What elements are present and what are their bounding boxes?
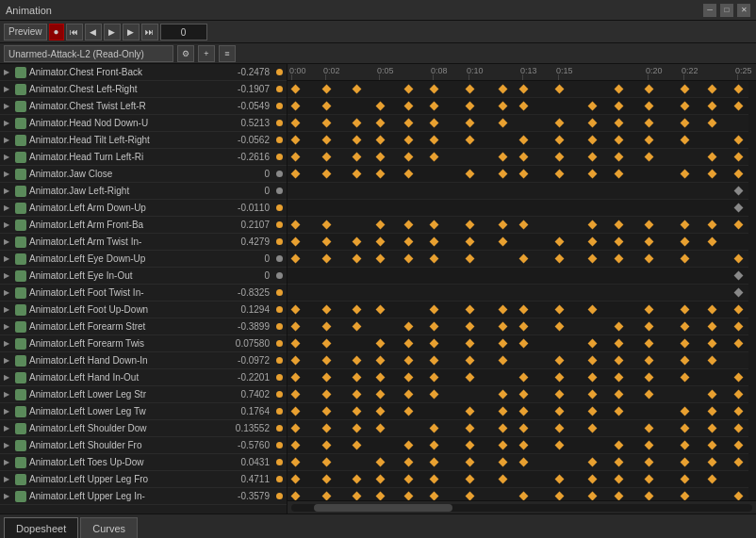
frame-number[interactable]: 0 bbox=[160, 24, 207, 41]
property-value[interactable]: -0.2201 bbox=[215, 372, 271, 383]
property-row[interactable]: ▶Animator.Left Forearm Twis0.07580 bbox=[0, 335, 287, 352]
keyframe-diamond[interactable] bbox=[499, 119, 508, 128]
keyframe-dot[interactable] bbox=[271, 318, 287, 335]
keyframe-diamond[interactable] bbox=[681, 136, 690, 145]
keyframe-diamond[interactable] bbox=[466, 119, 475, 128]
keyframe-diamond[interactable] bbox=[322, 305, 332, 315]
keyframe-diamond[interactable] bbox=[499, 441, 508, 450]
keyframe-diamond[interactable] bbox=[291, 237, 301, 247]
tab-dopesheet[interactable]: Dopesheet bbox=[4, 517, 78, 538]
keyframe-diamond[interactable] bbox=[645, 458, 654, 467]
keyframe-diamond[interactable] bbox=[708, 220, 717, 230]
keyframe-diamond[interactable] bbox=[645, 356, 654, 366]
timeline-tracks[interactable]: @稀土掘金技术社区 bbox=[288, 81, 756, 500]
keyframe-diamond[interactable] bbox=[291, 373, 301, 383]
keyframe-diamond[interactable] bbox=[404, 237, 414, 247]
keyframe-dot[interactable] bbox=[271, 437, 287, 454]
keyframe-diamond[interactable] bbox=[555, 237, 565, 247]
keyframe-diamond[interactable] bbox=[645, 153, 654, 162]
keyframe-diamond[interactable] bbox=[353, 136, 362, 145]
keyframe-diamond[interactable] bbox=[519, 339, 529, 349]
keyframe-dot[interactable] bbox=[271, 81, 287, 98]
keyframe-diamond[interactable] bbox=[404, 475, 414, 484]
keyframe-diamond[interactable] bbox=[430, 390, 439, 399]
keyframe-diamond[interactable] bbox=[466, 136, 475, 145]
keyframe-diamond[interactable] bbox=[353, 322, 362, 332]
keyframe-diamond[interactable] bbox=[499, 305, 508, 315]
keyframe-diamond[interactable] bbox=[404, 407, 414, 416]
keyframe-dot[interactable] bbox=[271, 217, 287, 234]
keyframe-diamond[interactable] bbox=[645, 441, 654, 450]
keyframe-diamond[interactable] bbox=[499, 237, 508, 247]
keyframe-diamond[interactable] bbox=[430, 102, 439, 111]
keyframe-dot[interactable] bbox=[271, 285, 287, 302]
keyframe-dot[interactable] bbox=[271, 471, 287, 488]
keyframe-diamond[interactable] bbox=[499, 339, 508, 349]
keyframe-diamond[interactable] bbox=[588, 458, 598, 467]
clip-settings-icon[interactable]: ⚙ bbox=[177, 45, 194, 62]
keyframe-diamond[interactable] bbox=[588, 407, 598, 416]
keyframe-diamond[interactable] bbox=[466, 85, 475, 94]
keyframe-diamond[interactable] bbox=[404, 102, 414, 111]
keyframe-diamond[interactable] bbox=[404, 492, 414, 500]
keyframe-diamond[interactable] bbox=[708, 390, 717, 399]
keyframe-diamond[interactable] bbox=[734, 424, 744, 433]
keyframe-diamond[interactable] bbox=[404, 254, 414, 264]
keyframe-diamond[interactable] bbox=[588, 356, 598, 366]
keyframe-diamond[interactable] bbox=[681, 441, 690, 450]
keyframe-diamond[interactable] bbox=[519, 390, 529, 399]
keyframe-diamond[interactable] bbox=[499, 170, 508, 179]
keyframe-dot[interactable] bbox=[271, 64, 287, 81]
tab-curves[interactable]: Curves bbox=[80, 517, 138, 538]
keyframe-diamond[interactable] bbox=[291, 119, 301, 128]
property-row[interactable]: ▶Animator.Left Toes Up-Dow0.0431 bbox=[0, 454, 287, 471]
keyframe-diamond[interactable] bbox=[404, 390, 414, 399]
keyframe-diamond[interactable] bbox=[499, 458, 508, 467]
keyframe-diamond[interactable] bbox=[588, 220, 598, 230]
play-button[interactable]: ▶ bbox=[104, 24, 121, 41]
keyframe-diamond[interactable] bbox=[681, 85, 690, 94]
keyframe-diamond[interactable] bbox=[708, 424, 717, 433]
keyframe-diamond[interactable] bbox=[466, 373, 475, 383]
keyframe-diamond[interactable] bbox=[430, 305, 439, 315]
keyframe-diamond[interactable] bbox=[376, 475, 386, 484]
keyframe-diamond[interactable] bbox=[645, 424, 654, 433]
horizontal-scrollbar[interactable] bbox=[288, 500, 756, 514]
keyframe-diamond[interactable] bbox=[588, 119, 598, 128]
keyframe-diamond[interactable] bbox=[353, 85, 362, 94]
keyframe-diamond[interactable] bbox=[499, 475, 508, 484]
keyframe-diamond[interactable] bbox=[615, 102, 624, 111]
keyframe-diamond[interactable] bbox=[645, 322, 654, 332]
keyframe-diamond[interactable] bbox=[291, 424, 301, 433]
property-row[interactable]: ▶Animator.Head Nod Down-U0.5213 bbox=[0, 115, 287, 132]
keyframe-diamond[interactable] bbox=[588, 373, 598, 383]
keyframe-diamond[interactable] bbox=[322, 153, 332, 162]
property-row[interactable]: ▶Animator.Left Eye Down-Up0 bbox=[0, 251, 287, 268]
keyframe-diamond[interactable] bbox=[291, 458, 301, 467]
keyframe-diamond[interactable] bbox=[708, 85, 717, 94]
keyframe-diamond[interactable] bbox=[430, 119, 439, 128]
property-row[interactable]: ▶Animator.Left Hand Down-In-0.0972 bbox=[0, 352, 287, 369]
keyframe-diamond[interactable] bbox=[291, 407, 301, 416]
next-end-button[interactable]: ⏭ bbox=[141, 24, 158, 41]
keyframe-dot[interactable] bbox=[271, 251, 287, 268]
keyframe-diamond[interactable] bbox=[734, 220, 744, 230]
keyframe-diamond[interactable] bbox=[404, 136, 414, 145]
keyframe-diamond[interactable] bbox=[615, 475, 624, 484]
keyframe-diamond[interactable] bbox=[376, 373, 386, 383]
keyframe-diamond[interactable] bbox=[681, 170, 690, 179]
property-row[interactable]: ▶Animator.Head Tilt Left-Right-0.0562 bbox=[0, 132, 287, 149]
keyframe-diamond[interactable] bbox=[291, 153, 301, 162]
keyframe-dot[interactable] bbox=[271, 488, 287, 505]
keyframe-diamond[interactable] bbox=[430, 441, 439, 450]
keyframe-diamond[interactable] bbox=[734, 305, 744, 315]
keyframe-diamond[interactable] bbox=[322, 492, 332, 500]
keyframe-diamond[interactable] bbox=[322, 237, 332, 247]
keyframe-diamond[interactable] bbox=[430, 356, 439, 366]
keyframe-diamond[interactable] bbox=[499, 390, 508, 399]
keyframe-diamond[interactable] bbox=[291, 492, 301, 500]
keyframe-diamond[interactable] bbox=[404, 322, 414, 332]
keyframe-diamond[interactable] bbox=[353, 475, 362, 484]
keyframe-diamond[interactable] bbox=[466, 237, 475, 247]
keyframe-diamond[interactable] bbox=[645, 119, 654, 128]
